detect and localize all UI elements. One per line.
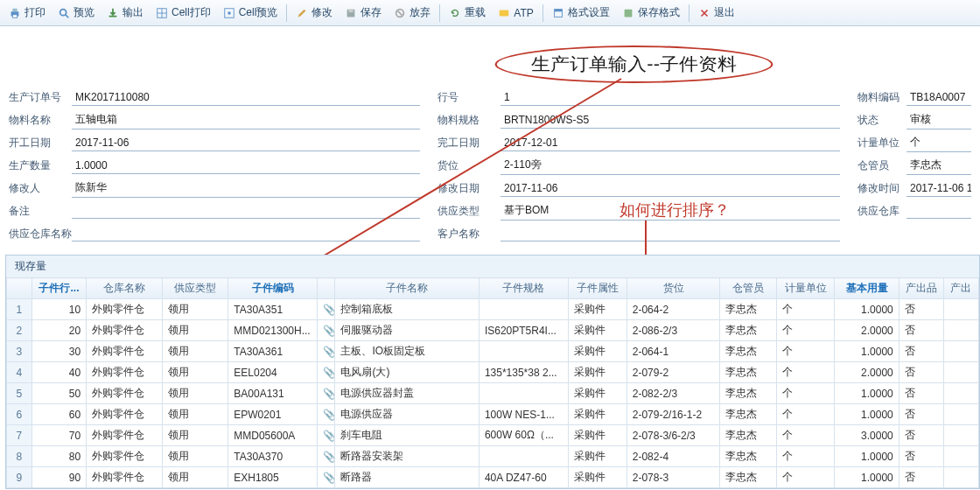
cell-7-4: TA30A370 [228, 446, 318, 467]
cell-7-5[interactable]: 📎 [318, 446, 335, 467]
col-header-12[interactable]: 基本用量 [835, 278, 899, 299]
attachment-icon[interactable]: 📎 [323, 304, 333, 314]
form-c1-value-6[interactable] [72, 226, 420, 242]
form-c2-label-1: 物料规格 [438, 113, 500, 128]
toolbar-print-button[interactable]: 打印 [4, 3, 51, 23]
cell-0-5[interactable]: 📎 [318, 299, 335, 320]
cell-1-7: IS620PT5R4I... [479, 320, 568, 341]
cell-7-0: 8 [7, 446, 32, 467]
toolbar-discard-button[interactable]: 放弃 [388, 3, 436, 23]
form-c1-label-2: 开工日期 [9, 136, 72, 150]
cell-1-5[interactable]: 📎 [318, 320, 335, 341]
table-row[interactable]: 550外购零件仓领用BA00A131📎电源供应器封盖采购件2-082-2/3李忠… [7, 383, 979, 404]
form-c1-value-2[interactable]: 2017-11-06 [72, 135, 420, 151]
cell-7-14 [943, 446, 978, 467]
edit-icon [296, 7, 308, 19]
col-header-0[interactable] [7, 278, 32, 299]
col-header-10[interactable]: 仓管员 [720, 278, 776, 299]
cell-6-11: 个 [776, 425, 835, 446]
preview-icon [58, 7, 70, 19]
toolbar-export-button[interactable]: 输出 [102, 3, 149, 23]
toolbar-edit-button[interactable]: 修改 [290, 3, 338, 23]
toolbar-format-button[interactable]: 格式设置 [547, 3, 615, 23]
col-header-5[interactable] [318, 278, 335, 299]
form-c1-value-4[interactable]: 陈新华 [72, 178, 420, 198]
col-header-2[interactable]: 仓库名称 [87, 278, 163, 299]
form-c2-value-6[interactable] [500, 226, 840, 242]
attachment-icon[interactable]: 📎 [323, 430, 333, 440]
col-header-3[interactable]: 供应类型 [162, 278, 228, 299]
col-header-1[interactable]: 子件行... [32, 278, 86, 299]
form-c2-value-3[interactable]: 2-110旁 [500, 156, 840, 175]
form-c2-value-4[interactable]: 2017-11-06 [500, 180, 840, 197]
form-c1-value-0[interactable]: MK2017110080 [72, 89, 420, 106]
table-row[interactable]: 220外购零件仓领用MMD021300H...📎伺服驱动器IS620PT5R4I… [7, 320, 979, 341]
toolbar-label: 修改 [312, 5, 332, 20]
cell-5-5[interactable]: 📎 [318, 404, 335, 425]
cell-1-6: 伺服驱动器 [335, 320, 479, 341]
toolbar-reload-button[interactable]: 重载 [444, 3, 491, 23]
form-c3-value-1[interactable]: 审核 [906, 110, 971, 130]
toolbar-saveformat-button[interactable]: 保存格式 [617, 3, 685, 23]
form-c3-value-4[interactable]: 2017-11-06 14:0 [906, 180, 971, 197]
cell-4-5[interactable]: 📎 [318, 383, 335, 404]
table-row[interactable]: 440外购零件仓领用EEL0204📎电风扇(大)135*135*38 2...采… [7, 362, 979, 383]
toolbar-exit-button[interactable]: 退出 [693, 3, 740, 23]
grid-panel: 现存量 子件行...仓库名称供应类型子件编码子件名称子件规格子件属性货位仓管员计… [5, 255, 980, 489]
attachment-icon[interactable]: 📎 [323, 451, 333, 461]
attachment-icon[interactable]: 📎 [323, 325, 333, 335]
attachment-icon[interactable]: 📎 [323, 367, 333, 377]
form-c3-value-0[interactable]: TB18A0007 [906, 89, 971, 106]
col-header-4[interactable]: 子件编码 [228, 278, 318, 299]
attachment-icon[interactable]: 📎 [323, 472, 333, 482]
cell-1-11: 个 [776, 320, 835, 341]
toolbar-save-button[interactable]: 保存 [340, 3, 387, 23]
table-row[interactable]: 660外购零件仓领用EPW0201📎电源供应器100W NES-1...采购件2… [7, 404, 979, 425]
cell-3-4: EEL0204 [228, 362, 318, 383]
form-c3-value-3[interactable]: 李忠杰 [906, 156, 971, 175]
cell-0-12: 1.0000 [835, 299, 899, 320]
toolbar-cellpreview-button[interactable]: Cell预览 [218, 3, 284, 23]
cell-6-5[interactable]: 📎 [318, 425, 335, 446]
form-c2-value-0[interactable]: 1 [500, 89, 840, 106]
form-c1-row-5: 备注 [9, 200, 420, 222]
col-header-14[interactable]: 产出 [943, 278, 978, 299]
cell-8-5[interactable]: 📎 [318, 467, 335, 488]
table-row[interactable]: 330外购零件仓领用TA30A361📎主板、IO板固定板采购件2-064-1李忠… [7, 341, 979, 362]
table-row[interactable]: 990外购零件仓领用EXH1805📎断路器40A DZ47-60采购件2-078… [7, 467, 979, 488]
save-icon [345, 7, 357, 19]
col-header-6[interactable]: 子件名称 [335, 278, 479, 299]
form-c2-value-2[interactable]: 2017-12-01 [500, 135, 840, 151]
col-header-11[interactable]: 计量单位 [776, 278, 835, 299]
form-c1-label-0: 生产订单号 [9, 90, 72, 105]
toolbar-preview-button[interactable]: 预览 [52, 3, 100, 23]
col-header-9[interactable]: 货位 [626, 278, 720, 299]
col-header-8[interactable]: 子件属性 [569, 278, 627, 299]
cell-3-6: 电风扇(大) [335, 362, 479, 383]
form-c1-value-3[interactable]: 1.0000 [72, 158, 420, 174]
form-c1-value-1[interactable]: 五轴电箱 [72, 110, 420, 130]
form-c2-value-1[interactable]: BRTN1800WS-S5 [500, 112, 840, 129]
toolbar-label: 保存格式 [638, 5, 680, 20]
form-c1-value-5[interactable] [72, 203, 420, 219]
cell-5-13: 否 [899, 404, 943, 425]
toolbar-atp-button[interactable]: ATP [493, 4, 538, 22]
attachment-icon[interactable]: 📎 [323, 409, 333, 419]
form-c3-value-2[interactable]: 个 [906, 133, 971, 152]
cell-3-5[interactable]: 📎 [318, 362, 335, 383]
col-header-13[interactable]: 产出品 [899, 278, 943, 299]
cell-1-4: MMD021300H... [228, 320, 318, 341]
tab-inventory[interactable]: 现存量 [6, 256, 979, 277]
col-header-7[interactable]: 子件规格 [479, 278, 568, 299]
form-c3-value-5[interactable] [906, 203, 971, 219]
form-c3-label-5: 供应仓库 [858, 204, 906, 219]
cell-2-5[interactable]: 📎 [318, 341, 335, 362]
cell-6-10: 李忠杰 [720, 425, 776, 446]
attachment-icon[interactable]: 📎 [323, 388, 333, 398]
table-row[interactable]: 110外购零件仓领用TA30A351📎控制箱底板采购件2-064-2李忠杰个1.… [7, 299, 979, 320]
attachment-icon[interactable]: 📎 [323, 346, 333, 356]
table-row[interactable]: 770外购零件仓领用MMD05600A📎刹车电阻600W 60Ω（...采购件2… [7, 425, 979, 446]
table-row[interactable]: 880外购零件仓领用TA30A370📎断路器安装架采购件2-082-4李忠杰个1… [7, 446, 979, 467]
cell-2-2: 外购零件仓 [87, 341, 163, 362]
toolbar-cellprint-button[interactable]: Cell打印 [150, 3, 216, 23]
